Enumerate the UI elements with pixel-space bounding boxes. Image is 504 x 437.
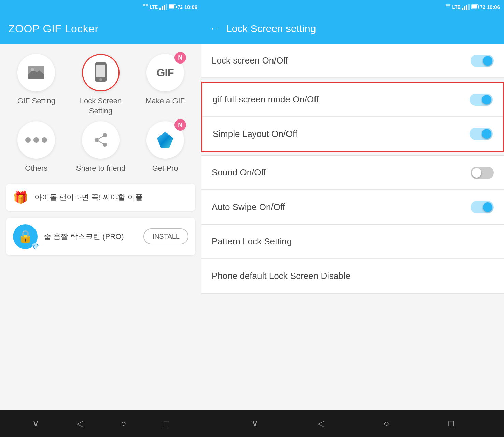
- setting-row-gif-fullscreen-onoff[interactable]: gif full-screen mode On/Off: [202, 83, 503, 117]
- auto-swipe-onoff-toggle[interactable]: [471, 201, 494, 213]
- badge-n-get-pro: N: [174, 119, 186, 131]
- make-a-gif-circle: N GIF: [146, 54, 184, 91]
- promo-text: 아이돌 팬이라면 꼭! 써야할 어플: [34, 192, 143, 202]
- lock-screen-circle: [82, 54, 120, 91]
- square-icon-right[interactable]: □: [448, 418, 454, 429]
- chevron-down-icon-right[interactable]: ∨: [252, 418, 258, 429]
- toggle-thumb: [483, 56, 492, 66]
- notification-icon: [143, 4, 148, 10]
- gif-setting-label: GIF Setting: [17, 96, 55, 106]
- share-to-friend-label: Share to friend: [76, 164, 125, 173]
- grid-item-get-pro[interactable]: N Get Pro: [136, 121, 195, 173]
- badge-n-make-gif: N: [174, 52, 186, 64]
- share-to-friend-circle: [82, 121, 120, 159]
- image-svg: [27, 64, 45, 80]
- toggle-thumb-3: [482, 129, 491, 139]
- dot3: [42, 137, 47, 143]
- svg-rect-2: [159, 8, 161, 10]
- gif-fullscreen-onoff-toggle[interactable]: [470, 94, 493, 106]
- setting-row-lock-screen-onoff[interactable]: Lock screen On/Off: [201, 44, 504, 78]
- back-button[interactable]: ←: [210, 23, 219, 34]
- status-bar-left: LTE 72 10:06: [0, 0, 201, 14]
- battery-wrapper-right: 72: [471, 4, 485, 10]
- svg-rect-20: [446, 4, 448, 6]
- battery-icon-left: [169, 4, 177, 9]
- svg-rect-0: [143, 4, 145, 6]
- setting-row-simple-layout-onoff[interactable]: Simple Layout On/Off: [202, 117, 503, 151]
- square-icon-left[interactable]: □: [164, 418, 169, 429]
- signal-right: LTE: [452, 4, 461, 10]
- grid-item-make-a-gif[interactable]: N GIF Make a GIF: [136, 54, 195, 116]
- time-left: 10:06: [184, 4, 197, 10]
- highlighted-settings-group: gif full-screen mode On/Off Simple Layou…: [201, 82, 504, 152]
- svg-rect-25: [468, 4, 470, 10]
- install-app-icon: 🔒: [13, 224, 38, 249]
- left-panel: LTE 72 10:06 ZOOP GIF Locker: [0, 0, 201, 437]
- grid-item-share-to-friend[interactable]: Share to friend: [71, 121, 130, 173]
- svg-point-14: [99, 78, 102, 81]
- divider-6: [201, 293, 504, 294]
- grid-item-others[interactable]: Others: [7, 121, 66, 173]
- setting-row-pattern-lock-setting[interactable]: Pattern Lock Setting: [201, 225, 504, 259]
- pattern-lock-setting-label: Pattern Lock Setting: [212, 236, 292, 247]
- gif-fullscreen-onoff-label: gif full-screen mode On/Off: [213, 94, 319, 105]
- phone-svg: [94, 62, 107, 82]
- signal-left: LTE: [150, 4, 158, 10]
- simple-layout-onoff-toggle[interactable]: [470, 128, 493, 140]
- screen-title: Lock Screen setting: [226, 23, 316, 34]
- app-title: ZOOP GIF Locker: [8, 23, 99, 35]
- svg-rect-27: [478, 6, 479, 8]
- toggle-thumb-5: [483, 202, 492, 212]
- svg-rect-23: [464, 6, 465, 10]
- bottom-nav-left: ∨ ◁ ○ □: [0, 410, 201, 437]
- install-button[interactable]: INSTALL: [143, 228, 188, 244]
- others-label: Others: [25, 164, 47, 173]
- svg-rect-3: [162, 6, 163, 10]
- promo-icon: 🎁: [13, 190, 28, 205]
- install-banner[interactable]: 🔒 줍 움짤 락스크린 (PRO) INSTALL: [6, 218, 195, 255]
- svg-rect-22: [462, 8, 463, 10]
- left-spacer: [0, 259, 201, 410]
- setting-row-sound-onoff[interactable]: Sound On/Off: [201, 156, 504, 190]
- lock-screen-onoff-toggle[interactable]: [471, 55, 494, 67]
- app-header-right: ← Lock Screen setting: [201, 14, 504, 44]
- auto-swipe-onoff-label: Auto Swipe On/Off: [212, 202, 285, 212]
- sound-onoff-toggle[interactable]: [471, 167, 494, 179]
- main-grid: GIF Setting Lock Screen Setting N GIF: [0, 44, 201, 180]
- svg-rect-28: [472, 5, 477, 9]
- gif-setting-circle: [17, 54, 55, 91]
- divider-1: [201, 78, 504, 78]
- back-icon-right[interactable]: ◁: [318, 418, 324, 429]
- status-icons-right: LTE 72 10:06: [445, 4, 500, 10]
- toggle-thumb-4: [472, 168, 481, 178]
- grid-item-lock-screen-setting[interactable]: Lock Screen Setting: [71, 54, 130, 116]
- bottom-nav-right: ∨ ◁ ○ □: [201, 410, 504, 437]
- home-icon-left[interactable]: ○: [121, 418, 126, 429]
- setting-row-auto-swipe-onoff[interactable]: Auto Swipe On/Off: [201, 190, 504, 224]
- svg-point-11: [31, 68, 34, 71]
- home-icon-right[interactable]: ○: [384, 418, 389, 429]
- chevron-down-icon-left[interactable]: ∨: [32, 418, 39, 429]
- dot1: [25, 137, 31, 143]
- svg-rect-21: [448, 4, 450, 6]
- promo-banner[interactable]: 🎁 아이돌 팬이라면 꼭! 써야할 어플: [6, 184, 195, 211]
- right-panel: LTE 72 10:06 ← Lock Screen setting: [201, 0, 504, 437]
- toggle-thumb-2: [482, 95, 491, 104]
- signal-bars-right: [462, 4, 470, 10]
- signal-bars-left: [159, 4, 167, 10]
- sound-onoff-label: Sound On/Off: [212, 167, 266, 178]
- svg-rect-4: [164, 5, 165, 10]
- phone-default-lock-screen-disable-label: Phone default Lock Screen Disable: [212, 271, 350, 281]
- notification-icon-right: [445, 4, 451, 10]
- setting-row-phone-default-lock-screen-disable[interactable]: Phone default Lock Screen Disable: [201, 259, 504, 293]
- svg-rect-8: [169, 5, 174, 9]
- dots-icon: [25, 137, 47, 143]
- grid-item-gif-setting[interactable]: GIF Setting: [7, 54, 66, 116]
- battery-wrapper-left: 72: [169, 4, 182, 10]
- phone-icon: [94, 62, 107, 84]
- settings-list: Lock screen On/Off gif full-screen mode …: [201, 44, 504, 410]
- lock-screen-onoff-label: Lock screen On/Off: [212, 55, 288, 66]
- share-icon: [93, 132, 108, 147]
- back-icon-left[interactable]: ◁: [76, 418, 83, 429]
- app-header-left: ZOOP GIF Locker: [0, 14, 201, 44]
